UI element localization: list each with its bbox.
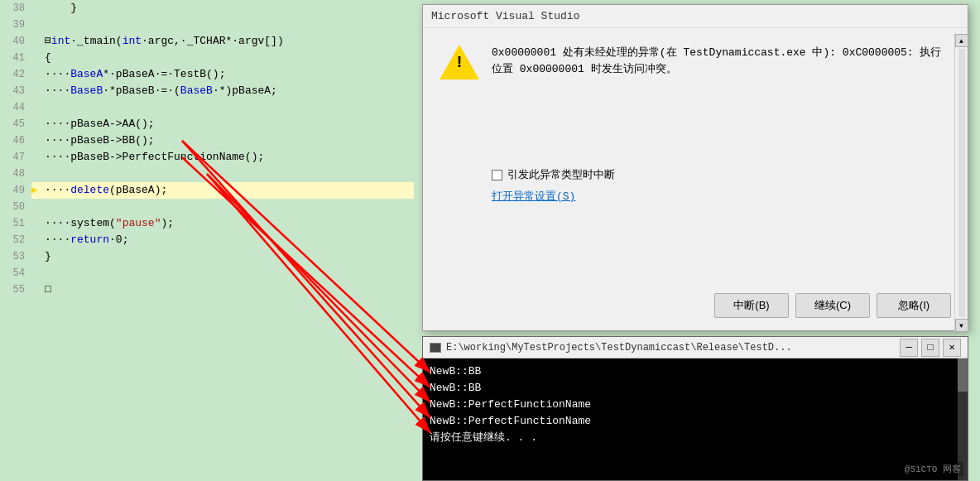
code-line-45: 45 ····pBaseA->AA(); [0,116,414,132]
code-line-50: 50 [0,199,414,215]
code-line-40: 40 ⊟int·_tmain(int·argc,·_TCHAR*·argv[]) [0,33,414,50]
dialog-message-row: ! 0x00000001 处有未经处理的异常(在 TestDynamiccast… [440,45,951,84]
code-line-43: 43 ····BaseB·*pBaseB·=·(BaseB·*)pBaseA; [0,83,414,99]
open-exception-settings-link[interactable]: 打开异常设置(S) [440,189,951,204]
terminal-icon [430,343,441,353]
dialog-buttons-row: 中断(B) 继续(C) 忽略(I) [423,285,968,330]
terminal-line-4: NewB::PerfectFunctionName [430,413,961,430]
code-line-41: 41 { [0,50,414,66]
terminal-scroll-thumb[interactable] [958,358,968,392]
code-line-54: 54 [0,265,414,281]
dialog-checkbox-row: 引发此异常类型时中断 [440,167,951,182]
break-button[interactable]: 中断(B) [714,293,789,318]
terminal-line-1: NewB::BB [430,363,961,380]
dialog-title: Microsoft Visual Studio [431,10,579,22]
code-line-46: 46 ····pBaseB->BB(); [0,132,414,149]
warning-icon: ! [440,45,479,84]
terminal-path: E:\working\MyTestProjects\TestDynamiccas… [446,342,792,354]
terminal-line-2: NewB::BB [430,380,961,397]
code-line-39: 39 [0,17,414,33]
code-line-55: 55 □ [0,281,414,298]
minimize-button[interactable]: — [900,339,918,357]
code-line-44: 44 [0,99,414,116]
close-button[interactable]: ✕ [943,339,961,357]
terminal-body: NewB::BB NewB::BB NewB::PerfectFunctionN… [423,358,968,480]
maximize-button[interactable]: □ [921,339,939,357]
code-line-42: 42 ····BaseA*·pBaseA·=·TestB(); [0,66,414,83]
terminal-line-5: 请按任意键继续. . . [430,430,961,446]
code-line-48: 48 [0,166,414,182]
dialog-message-text: 0x00000001 处有未经处理的异常(在 TestDynamiccast.e… [492,45,951,77]
terminal-title-controls: — □ ✕ [900,339,961,357]
terminal-window: E:\working\MyTestProjects\TestDynamiccas… [422,336,968,481]
exception-break-checkbox[interactable] [492,170,502,180]
ignore-button[interactable]: 忽略(I) [877,293,951,318]
code-line-38: 38 } [0,0,414,17]
code-line-52: 52 ····return·0; [0,232,414,248]
checkbox-label: 引发此异常类型时中断 [507,167,615,182]
code-line-49: 49 ▶ ····delete(pBaseA); [0,182,414,199]
dialog-title-bar: Microsoft Visual Studio [423,5,968,28]
terminal-title-bar: E:\working\MyTestProjects\TestDynamiccas… [423,337,968,358]
vs-dialog: Microsoft Visual Studio ▲ ▼ ! 0x00000001… [422,4,968,331]
code-line-51: 51 ····system("pause"); [0,215,414,232]
dialog-body: ! 0x00000001 处有未经处理的异常(在 TestDynamiccast… [423,28,968,220]
scroll-up-arrow[interactable]: ▲ [955,34,968,47]
continue-button[interactable]: 继续(C) [795,293,870,318]
terminal-line-3: NewB::PerfectFunctionName [430,397,961,413]
code-line-47: 47 ····pBaseB->PerfectFunctionName(); [0,149,414,166]
watermark: @51CTO 网客 [902,462,963,476]
code-editor-panel: 38 } 39 40 ⊟int·_tmain(int·argc,·_TCHAR*… [0,0,414,481]
code-line-53: 53 } [0,248,414,265]
terminal-title-left: E:\working\MyTestProjects\TestDynamiccas… [430,342,792,354]
